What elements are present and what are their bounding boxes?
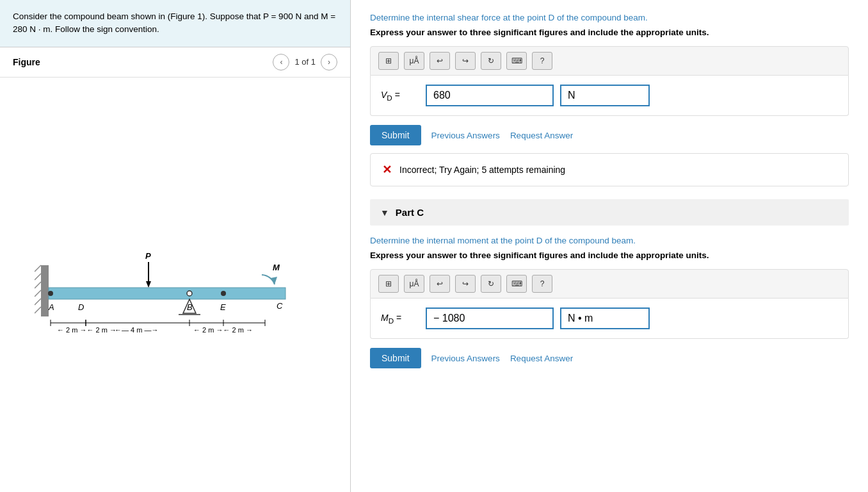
partc-request-answer-button[interactable]: Request Answer bbox=[510, 354, 573, 363]
left-panel: Consider the compound beam shown in (Fig… bbox=[0, 0, 351, 492]
partc-previous-answers-button[interactable]: Previous Answers bbox=[431, 354, 500, 363]
partc-units-input[interactable] bbox=[560, 308, 650, 329]
moment-arrowhead bbox=[271, 277, 277, 284]
partb-instruction: Express your answer to three significant… bbox=[370, 28, 849, 37]
partb-help-btn[interactable]: ? bbox=[532, 52, 552, 70]
figure-area: Figure ‹ 1 of 1 › A bbox=[0, 47, 350, 493]
partb-undo-btn[interactable]: ↩ bbox=[430, 52, 450, 70]
partc-action-row: Submit Previous Answers Request Answer bbox=[370, 348, 849, 368]
page-indicator: 1 of 1 bbox=[294, 57, 316, 67]
figure-nav: ‹ 1 of 1 › bbox=[273, 54, 337, 70]
circle-e bbox=[221, 291, 226, 296]
label-e: E bbox=[220, 302, 226, 312]
partb-action-row: Submit Previous Answers Request Answer bbox=[370, 125, 849, 145]
partc-keyboard-btn[interactable]: ⌨ bbox=[506, 275, 527, 293]
problem-statement: Consider the compound beam shown in (Fig… bbox=[0, 0, 350, 47]
partb-request-answer-button[interactable]: Request Answer bbox=[510, 131, 573, 140]
part-b-section: Determine the internal shear force at th… bbox=[370, 13, 849, 186]
part-c-header: ▼ Part C bbox=[370, 199, 849, 226]
partb-previous-answers-button[interactable]: Previous Answers bbox=[431, 131, 500, 140]
prev-figure-button[interactable]: ‹ bbox=[273, 54, 289, 70]
label-m: M bbox=[273, 263, 280, 272]
label-c: C bbox=[277, 301, 283, 311]
part-c-section: Determine the internal moment at the poi… bbox=[370, 236, 849, 368]
partc-undo-btn[interactable]: ↩ bbox=[430, 275, 450, 293]
label-p: P bbox=[145, 251, 151, 261]
right-panel: Determine the internal shear force at th… bbox=[351, 0, 868, 492]
partb-feedback-text: Incorrect; Try Again; 5 attempts remaini… bbox=[399, 165, 565, 175]
partb-value-input[interactable] bbox=[426, 85, 554, 106]
svg-line-4 bbox=[35, 299, 41, 305]
partc-matrix-icon[interactable]: ⊞ bbox=[378, 275, 399, 293]
part-c-collapse-icon[interactable]: ▼ bbox=[380, 208, 389, 218]
partb-mu-icon[interactable]: μÅ bbox=[404, 52, 424, 70]
dim-ad-label: ← 2 m →← 2 m → bbox=[57, 326, 117, 334]
partc-submit-button[interactable]: Submit bbox=[370, 348, 421, 368]
svg-line-5 bbox=[35, 307, 41, 313]
wall bbox=[41, 265, 49, 316]
dim-db-label: ←— 4 m —→ bbox=[115, 326, 158, 334]
beam-diagram: A D B E C P bbox=[0, 78, 350, 493]
partb-toolbar: ⊞ μÅ ↩ ↪ ↻ ⌨ ? bbox=[370, 46, 849, 76]
svg-line-1 bbox=[35, 274, 41, 280]
partb-feedback: ✕ Incorrect; Try Again; 5 attempts remai… bbox=[370, 153, 849, 186]
partb-error-icon: ✕ bbox=[382, 163, 392, 177]
figure-header: Figure ‹ 1 of 1 › bbox=[0, 47, 350, 78]
partb-keyboard-btn[interactable]: ⌨ bbox=[506, 52, 527, 70]
dim-be-label: ← 2 m →← 2 m → bbox=[193, 326, 253, 334]
partc-instruction: Express your answer to three significant… bbox=[370, 250, 849, 260]
partb-question: Determine the internal shear force at th… bbox=[370, 13, 849, 22]
partb-redo-btn[interactable]: ↪ bbox=[455, 52, 476, 70]
beam-svg: A D B E C P bbox=[35, 214, 316, 355]
partc-redo-btn[interactable]: ↪ bbox=[455, 275, 476, 293]
force-p-arrow bbox=[146, 281, 151, 288]
partb-answer-row: VD = bbox=[370, 76, 849, 116]
partc-mu-icon[interactable]: μÅ bbox=[404, 275, 424, 293]
partb-submit-button[interactable]: Submit bbox=[370, 125, 421, 145]
svg-line-3 bbox=[35, 290, 41, 297]
partb-refresh-btn[interactable]: ↻ bbox=[481, 52, 501, 70]
next-figure-button[interactable]: › bbox=[321, 54, 337, 70]
partc-label: MD = bbox=[381, 313, 419, 325]
partc-toolbar: ⊞ μÅ ↩ ↪ ↻ ⌨ ? bbox=[370, 269, 849, 299]
partb-matrix-icon[interactable]: ⊞ bbox=[378, 52, 399, 70]
label-a: A bbox=[48, 302, 54, 312]
partc-question: Determine the internal moment at the poi… bbox=[370, 236, 849, 245]
partc-help-btn[interactable]: ? bbox=[532, 275, 552, 293]
partc-refresh-btn[interactable]: ↻ bbox=[481, 275, 501, 293]
svg-line-2 bbox=[35, 282, 41, 288]
problem-text: Consider the compound beam shown in (Fig… bbox=[13, 12, 335, 34]
svg-line-0 bbox=[35, 265, 41, 272]
label-d: D bbox=[78, 302, 84, 312]
partc-answer-row: MD = bbox=[370, 299, 849, 339]
partb-label: VD = bbox=[381, 90, 419, 102]
figure-title: Figure bbox=[13, 57, 40, 67]
circle-b bbox=[187, 291, 192, 296]
beam-body bbox=[49, 288, 285, 299]
circle-a bbox=[48, 291, 53, 296]
partb-units-input[interactable] bbox=[560, 85, 650, 106]
part-c-label: Part C bbox=[396, 207, 424, 218]
partc-value-input[interactable] bbox=[426, 308, 554, 329]
